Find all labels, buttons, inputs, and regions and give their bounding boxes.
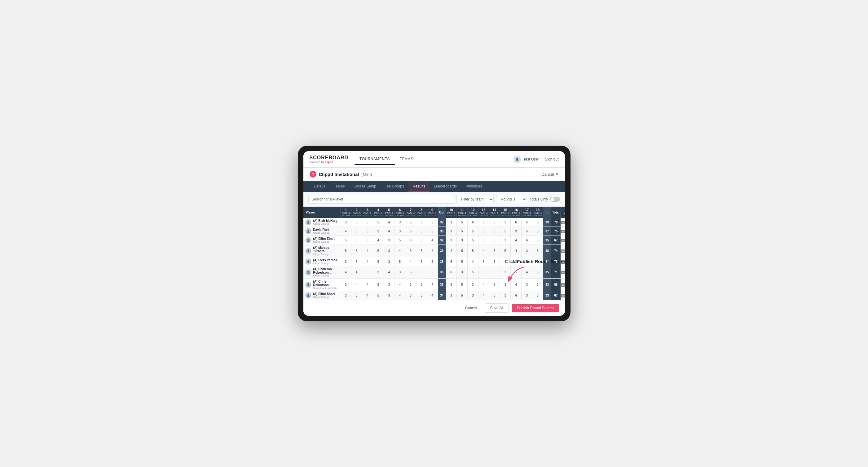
score-input[interactable] xyxy=(491,239,498,242)
score-input[interactable] xyxy=(375,283,382,286)
score-input[interactable] xyxy=(353,283,360,286)
footer-cancel-button[interactable]: Cancel xyxy=(460,304,482,312)
score-input[interactable] xyxy=(448,221,455,224)
score-input[interactable] xyxy=(469,239,476,242)
score-input[interactable] xyxy=(342,271,349,274)
score-input[interactable] xyxy=(418,294,425,297)
score-input[interactable] xyxy=(407,294,414,297)
score-input[interactable] xyxy=(386,283,393,286)
score-front-9[interactable] xyxy=(427,245,438,257)
score-front-9[interactable] xyxy=(427,227,438,236)
score-input[interactable] xyxy=(480,294,487,297)
score-front-7[interactable] xyxy=(405,245,416,257)
score-front-1[interactable] xyxy=(341,227,351,236)
score-input[interactable] xyxy=(480,260,487,263)
score-back-15[interactable] xyxy=(500,227,511,236)
nav-teams[interactable]: TEAMS xyxy=(395,154,418,165)
score-front-3[interactable] xyxy=(362,236,373,245)
score-input[interactable] xyxy=(407,260,414,263)
score-input[interactable] xyxy=(448,230,455,233)
score-input[interactable] xyxy=(375,221,382,224)
score-back-11[interactable] xyxy=(457,227,467,236)
score-input[interactable] xyxy=(480,271,487,274)
score-back-12[interactable] xyxy=(467,227,478,236)
score-input[interactable] xyxy=(353,271,360,274)
score-input[interactable] xyxy=(469,294,476,297)
score-front-5[interactable] xyxy=(384,245,395,257)
score-input[interactable] xyxy=(364,230,371,233)
score-input[interactable] xyxy=(364,249,371,253)
score-input[interactable] xyxy=(459,239,465,242)
score-input[interactable] xyxy=(364,271,371,274)
tab-leaderboards[interactable]: Leaderboards xyxy=(430,181,461,192)
score-input[interactable] xyxy=(513,239,519,242)
score-input[interactable] xyxy=(480,249,487,253)
score-input[interactable] xyxy=(480,221,487,224)
score-front-1[interactable] xyxy=(341,266,351,279)
score-front-4[interactable] xyxy=(373,279,384,291)
score-input[interactable] xyxy=(523,239,530,242)
score-front-3[interactable] xyxy=(362,227,373,236)
score-input[interactable] xyxy=(429,230,436,233)
score-front-4[interactable] xyxy=(373,227,384,236)
score-back-17[interactable] xyxy=(522,291,532,300)
score-back-10[interactable] xyxy=(446,266,457,279)
score-front-2[interactable] xyxy=(351,227,362,236)
score-back-10[interactable] xyxy=(446,279,457,291)
score-front-2[interactable] xyxy=(351,236,362,245)
score-input[interactable] xyxy=(469,271,476,274)
score-front-3[interactable] xyxy=(362,257,373,266)
score-input[interactable] xyxy=(396,239,403,242)
score-back-16[interactable] xyxy=(511,218,522,227)
score-input[interactable] xyxy=(429,283,436,286)
score-back-12[interactable] xyxy=(467,279,478,291)
score-back-12[interactable] xyxy=(467,257,478,266)
score-input[interactable] xyxy=(375,260,382,263)
score-back-10[interactable] xyxy=(446,291,457,300)
tab-results[interactable]: Results xyxy=(408,181,430,192)
score-input[interactable] xyxy=(502,249,508,253)
score-input[interactable] xyxy=(448,283,455,286)
round-select[interactable]: Round 3 xyxy=(496,195,527,204)
tab-tee-groups[interactable]: Tee Groups xyxy=(380,181,408,192)
score-input[interactable] xyxy=(418,249,425,253)
score-back-13[interactable] xyxy=(478,245,489,257)
score-input[interactable] xyxy=(459,260,465,263)
score-input[interactable] xyxy=(448,260,455,263)
score-back-18[interactable] xyxy=(532,218,543,227)
score-input[interactable] xyxy=(386,271,393,274)
score-front-2[interactable] xyxy=(351,279,362,291)
score-back-11[interactable] xyxy=(457,291,467,300)
score-input[interactable] xyxy=(523,230,530,233)
score-front-5[interactable] xyxy=(384,291,395,300)
score-input[interactable] xyxy=(353,294,360,297)
score-input[interactable] xyxy=(534,230,541,233)
score-input[interactable] xyxy=(418,221,425,224)
score-input[interactable] xyxy=(364,239,371,242)
score-input[interactable] xyxy=(459,230,465,233)
score-front-5[interactable] xyxy=(384,236,395,245)
score-input[interactable] xyxy=(513,294,519,297)
score-input[interactable] xyxy=(523,249,530,253)
score-input[interactable] xyxy=(502,294,508,297)
score-front-4[interactable] xyxy=(373,245,384,257)
score-back-11[interactable] xyxy=(457,279,467,291)
score-input[interactable] xyxy=(386,294,393,297)
score-back-13[interactable] xyxy=(478,227,489,236)
score-front-9[interactable] xyxy=(427,291,438,300)
filter-team-select[interactable]: Filter by team xyxy=(457,195,494,204)
score-front-1[interactable] xyxy=(341,279,351,291)
score-input[interactable] xyxy=(396,221,403,224)
score-front-6[interactable] xyxy=(395,266,405,279)
score-front-3[interactable] xyxy=(362,291,373,300)
score-back-14[interactable] xyxy=(489,291,500,300)
score-input[interactable] xyxy=(491,283,498,286)
score-input[interactable] xyxy=(407,283,414,286)
nav-tournaments[interactable]: TOURNAMENTS xyxy=(354,154,395,165)
score-input[interactable] xyxy=(353,239,360,242)
score-front-8[interactable] xyxy=(416,227,427,236)
score-input[interactable] xyxy=(513,230,519,233)
score-front-4[interactable] xyxy=(373,291,384,300)
score-front-8[interactable] xyxy=(416,291,427,300)
score-input[interactable] xyxy=(480,283,487,286)
